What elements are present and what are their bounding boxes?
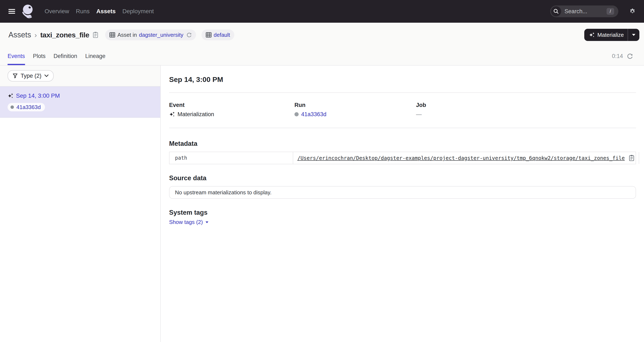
col-header-job: Job <box>416 102 636 108</box>
job-value: — <box>416 111 422 118</box>
event-item-date: Sep 14, 3:00 PM <box>16 92 60 99</box>
asset-group-tag[interactable]: Asset in dagster_university <box>105 29 196 40</box>
group-tag[interactable]: default <box>202 29 234 40</box>
copy-path-icon[interactable] <box>629 155 634 161</box>
run-status-dot <box>294 112 299 116</box>
sparkle-icon <box>589 32 595 38</box>
refresh-countdown: 0:14 <box>612 53 623 59</box>
asset-tag-link[interactable]: dagster_university <box>139 32 184 38</box>
filter-icon <box>12 73 18 78</box>
events-sidebar: Type (2) Sep 14, 3:00 PM 41a3363d <box>0 66 161 342</box>
metadata-key: path <box>170 152 293 164</box>
materialization-icon <box>169 111 175 117</box>
chevron-down-icon <box>44 74 48 77</box>
materialize-label: Materialize <box>597 32 624 38</box>
event-detail-panel: Sep 14, 3:00 PM Event Materialization <box>161 66 644 342</box>
breadcrumb-assets[interactable]: Assets <box>8 30 31 39</box>
search-icon <box>551 6 561 16</box>
filter-row: Type (2) <box>0 66 160 87</box>
top-nav: Overview Runs Assets Deployment / <box>0 0 644 23</box>
dagster-logo-icon[interactable] <box>22 4 35 18</box>
tab-lineage[interactable]: Lineage <box>85 47 105 65</box>
col-header-run: Run <box>294 102 416 108</box>
event-heading: Sep 14, 3:00 PM <box>169 75 636 84</box>
nav-item-assets[interactable]: Assets <box>96 8 116 15</box>
system-tags-heading: System tags <box>169 209 636 216</box>
metadata-heading: Metadata <box>169 140 636 148</box>
tab-events[interactable]: Events <box>8 47 25 65</box>
tab-bar: Events Plots Definition Lineage 0:14 <box>0 47 644 66</box>
tab-definition[interactable]: Definition <box>54 47 78 65</box>
nav-item-deployment[interactable]: Deployment <box>122 8 154 15</box>
search-shortcut-key: / <box>606 8 614 15</box>
materialization-icon <box>8 93 14 99</box>
nav-links: Overview Runs Assets Deployment <box>44 8 154 15</box>
metadata-table: path /Users/erincochran/Desktop/dagster-… <box>169 152 636 164</box>
type-filter-label: Type (2) <box>20 73 42 79</box>
asset-tag-prefix: Asset in <box>117 32 137 38</box>
dagster-app: Overview Runs Assets Deployment / Assets… <box>0 0 644 342</box>
search-input[interactable] <box>564 8 601 15</box>
page-header: Assets › taxi_zones_file Asset in dagste… <box>0 23 644 47</box>
event-list-item[interactable]: Sep 14, 3:00 PM 41a3363d <box>0 87 160 118</box>
event-type: Materialization <box>178 111 214 118</box>
run-link[interactable]: 41a3363d <box>301 111 326 118</box>
materialize-dropdown-button[interactable] <box>628 29 639 41</box>
page-title: taxi_zones_file <box>40 31 89 39</box>
show-tags-link[interactable]: Show tags (2) <box>169 219 209 225</box>
caret-down-icon <box>632 34 636 36</box>
source-data-heading: Source data <box>169 174 636 182</box>
tab-plots[interactable]: Plots <box>33 47 46 65</box>
materialize-split-button: Materialize <box>584 29 639 41</box>
event-item-run-id: 41a3363d <box>16 104 41 111</box>
metadata-path-link[interactable]: /Users/erincochran/Desktop/dagster-examp… <box>298 155 625 161</box>
grid-icon <box>109 32 115 38</box>
event-info-grid: Event Materialization Run 41a33 <box>169 102 636 118</box>
event-item-run-pill[interactable]: 41a3363d <box>8 103 45 111</box>
metadata-actions-cell <box>639 152 644 164</box>
nav-item-runs[interactable]: Runs <box>76 8 90 15</box>
menu-icon[interactable] <box>8 9 15 14</box>
search-box[interactable]: / <box>550 5 618 17</box>
run-status-dot <box>10 105 14 109</box>
nav-item-overview[interactable]: Overview <box>44 8 69 15</box>
type-filter-button[interactable]: Type (2) <box>8 70 54 82</box>
caret-down-icon <box>205 221 209 223</box>
col-header-event: Event <box>169 102 294 108</box>
materialize-button[interactable]: Materialize <box>584 29 628 41</box>
breadcrumb-separator: › <box>34 31 37 39</box>
refresh-icon[interactable] <box>627 53 633 59</box>
copy-asset-name-icon[interactable] <box>92 31 98 38</box>
source-data-empty: No upstream materializations to display. <box>169 186 636 199</box>
group-tag-link[interactable]: default <box>214 32 230 38</box>
gear-icon[interactable] <box>629 8 636 14</box>
reload-icon[interactable] <box>186 32 192 38</box>
grid-icon <box>206 32 212 38</box>
